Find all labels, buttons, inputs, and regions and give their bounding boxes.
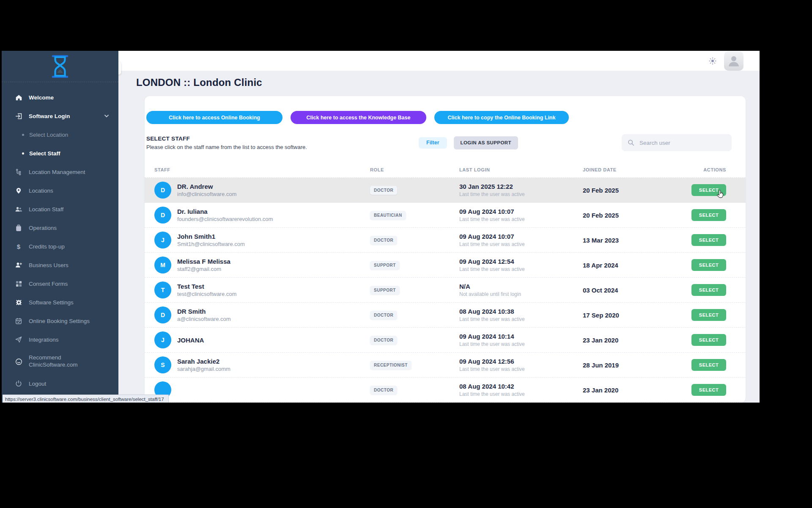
- select-button[interactable]: SELECT: [691, 309, 726, 321]
- staff-name-link[interactable]: John Smith1: [177, 233, 245, 240]
- last-login-value: 08 Aug 2024 10:42: [459, 383, 583, 390]
- sidebar-item-select-location[interactable]: Select Location: [2, 125, 118, 144]
- last-login-value: 30 Jan 2025 12:22: [459, 183, 583, 190]
- login-as-support-button[interactable]: LOGIN AS SUPPORT: [454, 136, 518, 149]
- sidebar-item-label: Select Location: [29, 132, 68, 138]
- role-badge: DOCTOR: [370, 186, 397, 195]
- smile-icon: [14, 358, 23, 365]
- logo[interactable]: [2, 51, 118, 82]
- role-badge: SUPPORT: [370, 286, 400, 295]
- actions-cell: SELECT: [667, 309, 726, 321]
- role-badge: DOCTOR: [370, 386, 397, 395]
- filter-button[interactable]: Filter: [419, 137, 447, 149]
- hourglass-logo-icon: [50, 55, 70, 78]
- gear-icon: [14, 299, 23, 306]
- staff-email: staff2@gmail.com: [177, 266, 230, 272]
- sidebar-item-business-users[interactable]: Business Users: [2, 256, 118, 274]
- sidebar-item-software-settings[interactable]: Software Settings: [2, 293, 118, 312]
- select-button[interactable]: SELECT: [691, 334, 726, 346]
- sidebar-item-locations[interactable]: Locations: [2, 181, 118, 200]
- actions-cell: SELECT: [667, 234, 726, 246]
- staff-cell: T Test Test test@clinicsoftware.com: [154, 282, 370, 298]
- last-login-cell: 09 Aug 2024 10:07 Last time the user was…: [459, 208, 583, 222]
- staff-name-link[interactable]: Sarah Jackie2: [177, 358, 230, 365]
- staff-name-link[interactable]: Test Test: [177, 283, 236, 290]
- paper-plane-icon: [14, 336, 23, 343]
- joined-date-cell: 28 Jun 2019: [583, 362, 667, 369]
- staff-name-link[interactable]: Melissa F Melissa: [177, 258, 230, 265]
- actions-cell: SELECT: [667, 384, 726, 396]
- sidebar-item-label: Operations: [29, 225, 57, 231]
- sidebar-item-label: Online Booking Settings: [29, 318, 90, 324]
- staff-name-link[interactable]: DR Smith: [177, 308, 231, 315]
- select-button[interactable]: SELECT: [691, 384, 726, 396]
- sidebar-item-credits-top-up[interactable]: $ Credits top-up: [2, 237, 118, 256]
- theme-toggle-sun-icon[interactable]: [709, 57, 716, 65]
- sidebar-item-logout[interactable]: Logout: [2, 374, 118, 393]
- staff-card: Click here to access Online Booking Clic…: [145, 96, 746, 403]
- staff-cell: D DR Smith a@clinicsoftware.com: [154, 306, 370, 323]
- joined-date-cell: 23 Jan 2020: [583, 337, 667, 344]
- knowledge-base-button[interactable]: Click here to access the Knowledge Base: [291, 111, 426, 124]
- column-header-role: ROLE: [370, 167, 459, 172]
- staff-name-link[interactable]: Dr. Iuliana: [177, 208, 273, 215]
- joined-date-cell: 20 Feb 2025: [583, 187, 667, 194]
- sidebar-item-recommend[interactable]: Recommend ClinicSoftware.com: [2, 349, 118, 374]
- sidebar-item-location-staff[interactable]: Location Staff: [2, 200, 118, 218]
- select-button[interactable]: SELECT: [691, 259, 726, 271]
- user-avatar[interactable]: [724, 51, 743, 71]
- copy-booking-link-button[interactable]: Click here to copy the Online Booking Li…: [434, 111, 569, 124]
- last-login-note: Last time the user was active: [459, 191, 583, 197]
- staff-cell: [154, 381, 370, 398]
- avatar: J: [154, 331, 171, 348]
- staff-email: test@clinicsoftware.com: [177, 291, 236, 297]
- sidebar-item-software-login[interactable]: Software Login: [2, 107, 118, 125]
- section-heading: SELECT STAFF: [146, 135, 419, 142]
- sidebar-item-welcome[interactable]: Welcome: [2, 88, 118, 107]
- online-booking-button[interactable]: Click here to access Online Booking: [146, 111, 283, 124]
- select-button[interactable]: SELECT: [691, 284, 726, 296]
- staff-name-link[interactable]: JOHANA: [177, 337, 204, 344]
- select-button[interactable]: SELECT: [691, 359, 726, 371]
- last-login-note: Last time the user was active: [459, 341, 583, 347]
- sidebar-item-online-booking-settings[interactable]: Online Booking Settings: [2, 312, 118, 330]
- cursor-hand-icon: [716, 189, 725, 199]
- role-cell: DOCTOR: [370, 386, 459, 395]
- staff-cell: S Sarah Jackie2 sarahja@gmail.comm: [154, 356, 370, 373]
- table-row: J JOHANA DOCTOR 09 Aug 2024 10:14 L: [145, 328, 746, 353]
- role-badge: RECEPTIONIST: [370, 361, 411, 370]
- last-login-cell: 09 Aug 2024 10:14 Last time the user was…: [459, 333, 583, 347]
- sidebar-item-select-staff[interactable]: Select Staff: [2, 144, 118, 163]
- select-button[interactable]: SELECT: [691, 209, 726, 221]
- search-input[interactable]: [639, 139, 726, 146]
- sidebar-item-label: Recommend ClinicSoftware.com: [29, 354, 96, 369]
- sidebar-item-label: Select Staff: [29, 150, 60, 157]
- last-login-value: 08 Aug 2024 10:38: [459, 308, 583, 315]
- sidebar-item-location-management[interactable]: Location Management: [2, 163, 118, 181]
- staff-name-link[interactable]: DR. Andrew: [177, 183, 236, 190]
- dollar-icon: $: [14, 243, 23, 250]
- sidebar-item-operations[interactable]: Operations: [2, 218, 118, 237]
- role-cell: SUPPORT: [370, 261, 459, 270]
- sidebar-item-consent-forms[interactable]: Consent Forms: [2, 274, 118, 293]
- app-window: Welcome Software Login Select Location S…: [2, 51, 760, 403]
- section-subtitle: Please click on the staff name from the …: [146, 144, 419, 150]
- role-badge: BEAUTICIAN: [370, 211, 406, 220]
- sidebar-item-integrations[interactable]: Integrations: [2, 330, 118, 349]
- last-login-cell: 08 Aug 2024 10:42 Last time the user was…: [459, 383, 583, 397]
- actions-cell: SELECT: [667, 209, 726, 221]
- last-login-cell: 09 Aug 2024 12:54 Last time the user was…: [459, 258, 583, 272]
- sidebar-nav: Welcome Software Login Select Location S…: [2, 82, 118, 393]
- search-box[interactable]: [622, 134, 732, 151]
- chevron-down-icon: [104, 113, 109, 119]
- actions-cell: SELECT: [667, 184, 726, 196]
- avatar: S: [154, 356, 171, 373]
- login-icon: [14, 113, 23, 120]
- sidebar-item-label: Credits top-up: [29, 243, 65, 250]
- content: LONDON :: London Clinic Click here to ac…: [118, 71, 760, 403]
- staff-cell: J JOHANA: [154, 331, 370, 348]
- select-button[interactable]: SELECT: [691, 234, 726, 246]
- table-row: M Melissa F Melissa staff2@gmail.com SUP…: [145, 253, 746, 278]
- staff-cell: D Dr. Iuliana founders@clinicsoftwarerev…: [154, 207, 370, 224]
- role-badge: DOCTOR: [370, 311, 397, 320]
